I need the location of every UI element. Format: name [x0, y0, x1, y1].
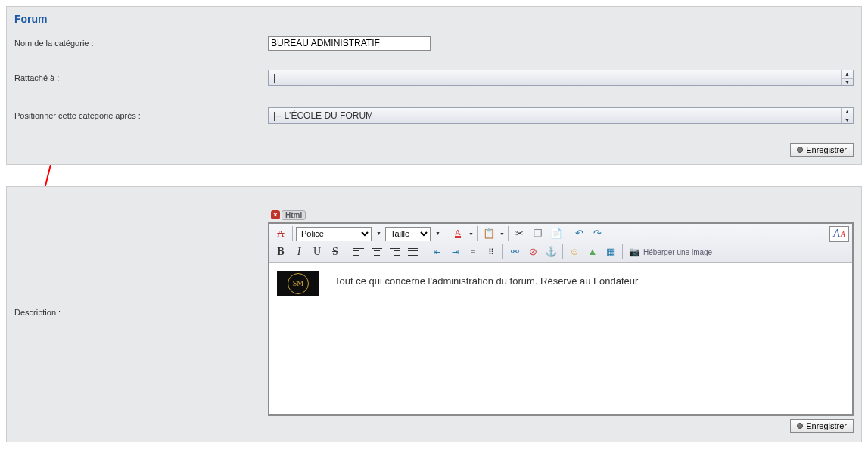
close-icon: × — [271, 210, 280, 219]
chevron-up-icon[interactable]: ▲ — [842, 70, 853, 79]
save-icon — [797, 147, 803, 153]
save-icon — [797, 423, 803, 429]
forum-settings-panel: Forum Nom de la catégorie : Rattaché à :… — [6, 6, 862, 165]
undo-icon[interactable]: ↶ — [571, 226, 588, 242]
font-color-icon[interactable]: A — [450, 226, 466, 242]
indent-icon[interactable]: ⇥ — [446, 244, 463, 260]
attached-to-spinner[interactable]: ▲ ▼ — [841, 70, 853, 85]
category-name-input[interactable] — [268, 36, 431, 51]
chevron-down-icon[interactable]: ▼ — [376, 231, 381, 237]
align-center-icon[interactable] — [369, 244, 385, 260]
position-after-select[interactable]: |-- L'ÉCOLE DU FORUM ▲ ▼ — [268, 107, 854, 124]
paste-icon[interactable]: 📋 — [481, 226, 497, 242]
content-badge: SM — [277, 271, 319, 296]
chevron-down-icon[interactable]: ▼ — [435, 231, 440, 237]
chevron-down-icon[interactable]: ▼ — [468, 231, 474, 237]
unordered-list-icon[interactable]: ⠿ — [483, 244, 499, 260]
table-icon[interactable]: ▦ — [602, 244, 619, 260]
align-left-icon[interactable] — [350, 244, 367, 260]
redo-icon[interactable]: ↷ — [590, 226, 606, 242]
align-justify-icon[interactable] — [405, 244, 422, 260]
host-image-button[interactable]: 📷 Héberger une image — [629, 247, 712, 257]
attached-to-select[interactable]: | ▲ ▼ — [268, 70, 854, 86]
outdent-icon[interactable]: ⇤ — [428, 244, 445, 260]
content-text: Tout ce qui concerne l'administration du… — [334, 271, 640, 287]
anchor-icon[interactable]: ⚓ — [543, 244, 559, 260]
strike-button[interactable]: S — [327, 244, 344, 260]
emoticon-icon[interactable]: ☺ — [566, 244, 583, 260]
chevron-down-icon[interactable]: ▼ — [842, 116, 853, 124]
label-description: Description : — [14, 210, 268, 416]
row-category-name: Nom de la catégorie : — [14, 33, 854, 54]
image-icon[interactable]: ▲ — [584, 244, 601, 260]
chevron-down-icon[interactable]: ▼ — [842, 79, 853, 86]
editor-content-area[interactable]: SM Tout ce qui concerne l'administration… — [269, 263, 852, 414]
row-attached-to: Rattaché à : | ▲ ▼ — [14, 64, 854, 92]
attached-to-value: | — [273, 73, 275, 83]
italic-button[interactable]: I — [291, 244, 307, 260]
align-right-icon[interactable] — [387, 244, 403, 260]
unlink-icon[interactable]: ⊘ — [524, 244, 541, 260]
bold-button[interactable]: B — [272, 244, 289, 260]
link-icon[interactable]: ⚯ — [506, 244, 523, 260]
underline-button[interactable]: U — [309, 244, 325, 260]
label-category-name: Nom de la catégorie : — [14, 39, 268, 48]
ordered-list-icon[interactable]: ≡ — [465, 244, 481, 260]
font-size-select[interactable]: Taille — [385, 227, 431, 241]
label-position-after: Positionner cette catégorie après : — [14, 111, 268, 120]
html-mode-toggle[interactable]: × Html — [271, 210, 306, 220]
chevron-down-icon[interactable]: ▼ — [499, 231, 505, 237]
remove-format-icon[interactable]: A — [272, 226, 289, 242]
font-family-select[interactable]: Police — [296, 227, 372, 241]
editor-toolbar: A Police ▼ Taille ▼ A ▼ 📋 ▼ ✂ — [269, 224, 852, 263]
copy-icon[interactable]: ❐ — [530, 226, 546, 242]
panel-title: Forum — [14, 13, 854, 25]
chevron-up-icon[interactable]: ▲ — [842, 108, 853, 116]
position-after-value: |-- L'ÉCOLE DU FORUM — [273, 110, 373, 121]
cut-icon[interactable]: ✂ — [512, 226, 528, 242]
row-position-after: Positionner cette catégorie après : |-- … — [14, 102, 854, 129]
save-button[interactable]: Enregistrer — [790, 143, 854, 157]
paste-text-icon[interactable]: 📄 — [548, 226, 565, 242]
format-painter-icon[interactable]: AA — [829, 226, 849, 242]
rich-text-editor: A Police ▼ Taille ▼ A ▼ 📋 ▼ ✂ — [268, 222, 854, 416]
description-panel: Description : × Html A Police ▼ Taille ▼ — [6, 186, 862, 442]
camera-icon: 📷 — [629, 247, 640, 257]
save-button[interactable]: Enregistrer — [790, 419, 854, 433]
label-attached-to: Rattaché à : — [14, 73, 268, 82]
position-after-spinner[interactable]: ▲ ▼ — [841, 108, 853, 123]
